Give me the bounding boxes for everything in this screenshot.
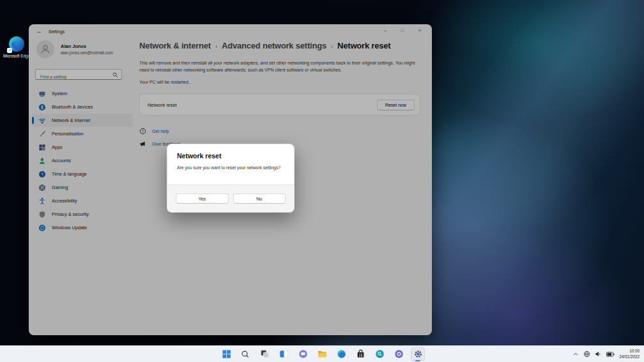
taskbar-center-icons [219,346,425,362]
settings-app-button[interactable] [411,347,425,361]
chevron-up-icon[interactable] [572,351,579,357]
network-reset-dialog: Network reset Are you sure you want to r… [167,144,295,213]
ring-app-icon [394,349,404,359]
chat-button[interactable] [296,347,310,361]
magnifier-app-icon [375,349,385,359]
pinned-app-purple-button[interactable] [392,347,406,361]
battery-icon[interactable] [606,351,615,358]
clock[interactable]: 10:00 24/01/2022 [619,349,640,359]
taskbar: 10:00 24/01/2022 [0,345,644,362]
start-button[interactable] [219,347,233,361]
edge-icon [337,349,346,359]
dialog-message: Are you sure you want to reset your netw… [177,165,280,170]
shortcut-arrow-icon: ↗ [7,48,12,53]
file-explorer-button[interactable] [315,347,329,361]
store-button[interactable] [353,347,367,361]
tray-time: 10:00 [619,349,640,354]
windows-start-icon [222,349,231,359]
pinned-app-teal-button[interactable] [372,347,387,361]
tray-date: 24/01/2022 [619,354,640,359]
network-globe-icon[interactable] [583,351,590,358]
dialog-footer: Yes No [167,185,294,212]
yes-button[interactable]: Yes [176,193,229,204]
shortcut-label: Microsoft Edge [2,54,31,59]
edge-button[interactable] [334,347,348,361]
taskbar-search-button[interactable] [238,347,252,361]
edge-desktop-shortcut[interactable]: ↗ Microsoft Edge [2,36,31,59]
task-view-button[interactable] [257,347,272,361]
store-icon [356,349,365,359]
settings-gear-icon [413,349,423,359]
no-button[interactable]: No [233,193,286,204]
chat-icon [298,349,308,359]
dialog-title: Network reset [177,152,221,160]
file-explorer-icon [318,349,327,359]
edge-icon: ↗ [9,36,24,52]
system-tray: 10:00 24/01/2022 [572,346,640,362]
task-view-icon [260,349,270,359]
search-icon [241,350,250,359]
speaker-icon[interactable] [595,351,602,358]
widgets-icon [279,349,289,359]
widgets-button[interactable] [277,347,291,361]
